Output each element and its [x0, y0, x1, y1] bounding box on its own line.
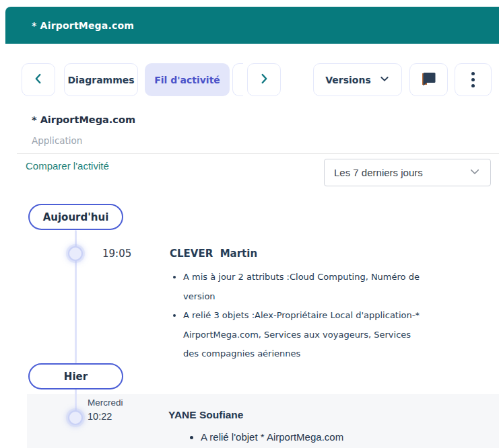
event-day: Mercredi	[88, 398, 123, 408]
chevron-down-icon	[469, 165, 481, 180]
timeline-group-today: Aujourd'hui	[28, 204, 123, 230]
event-author: CLEVER Martin	[170, 248, 257, 260]
timeline-group-label: Aujourd'hui	[43, 211, 109, 223]
activity-feed-page: * AirportMega.com Diagrammes Fil d'activ…	[0, 0, 499, 448]
next-tab-button[interactable]	[247, 63, 281, 96]
chevron-left-icon	[31, 71, 46, 88]
event-author: YANE Soufiane	[168, 409, 243, 421]
event-detail-list: A mis à jour 2 attributs :Cloud Computin…	[170, 268, 427, 364]
kebab-menu-icon	[471, 72, 475, 87]
event-detail-list: A relié l'objet * AirportMega.com	[187, 429, 423, 445]
tab-label: Fil d'activité	[154, 75, 220, 85]
object-type-label: Application	[32, 135, 82, 146]
event-time: 10:22	[88, 411, 112, 422]
tab-label: Diagrammes	[67, 75, 134, 85]
timeline-node-icon	[68, 410, 83, 425]
event-detail-item: A relié 3 objets :Alex-Propriétaire Loca…	[183, 306, 427, 364]
tab-partial-hidden[interactable]	[232, 63, 243, 96]
event-detail-item: A relié l'objet * AirportMega.com	[201, 429, 423, 445]
app-header-bar: * AirportMega.com	[5, 7, 499, 44]
tab-fil-dactivite[interactable]: Fil d'activité	[145, 63, 230, 96]
event-detail-item: A mis à jour 2 attributs :Cloud Computin…	[183, 268, 427, 306]
event-time: 19:05	[102, 248, 131, 260]
versions-dropdown-button[interactable]: Versions	[313, 63, 402, 96]
app-header-title: * AirportMega.com	[32, 20, 134, 31]
period-select-value: Les 7 derniers jours	[334, 167, 423, 178]
tab-diagrammes[interactable]: Diagrammes	[64, 63, 138, 96]
prev-tab-button[interactable]	[22, 63, 55, 96]
chevron-down-icon	[379, 73, 390, 86]
comments-button[interactable]	[409, 63, 448, 96]
timeline-group-yesterday: Hier	[28, 363, 123, 389]
comment-icon	[420, 71, 438, 89]
timeline-group-label: Hier	[64, 371, 88, 383]
more-options-button[interactable]	[455, 63, 492, 96]
section-divider	[17, 153, 499, 154]
period-select[interactable]: Les 7 derniers jours	[324, 159, 491, 186]
object-title: * AirportMega.com	[32, 114, 135, 125]
timeline-node-icon	[68, 246, 83, 261]
versions-label: Versions	[325, 75, 371, 85]
compare-activity-link[interactable]: Comparer l'activité	[26, 160, 109, 172]
chevron-right-icon	[257, 71, 271, 88]
